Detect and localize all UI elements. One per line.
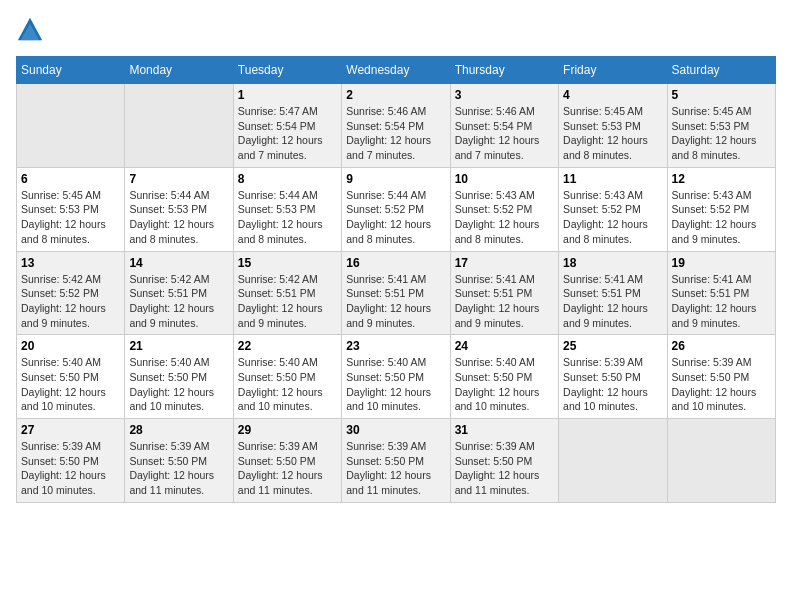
day-info: Sunrise: 5:43 AM Sunset: 5:52 PM Dayligh… [455,188,554,247]
day-info: Sunrise: 5:46 AM Sunset: 5:54 PM Dayligh… [346,104,445,163]
day-number: 26 [672,339,771,353]
calendar-cell [17,84,125,168]
calendar-header-friday: Friday [559,57,667,84]
day-info: Sunrise: 5:39 AM Sunset: 5:50 PM Dayligh… [563,355,662,414]
logo-icon [16,16,44,44]
day-number: 10 [455,172,554,186]
day-number: 29 [238,423,337,437]
calendar-cell: 5Sunrise: 5:45 AM Sunset: 5:53 PM Daylig… [667,84,775,168]
day-info: Sunrise: 5:39 AM Sunset: 5:50 PM Dayligh… [129,439,228,498]
day-info: Sunrise: 5:47 AM Sunset: 5:54 PM Dayligh… [238,104,337,163]
day-number: 15 [238,256,337,270]
day-number: 8 [238,172,337,186]
calendar-week-row: 6Sunrise: 5:45 AM Sunset: 5:53 PM Daylig… [17,167,776,251]
calendar-cell: 31Sunrise: 5:39 AM Sunset: 5:50 PM Dayli… [450,419,558,503]
calendar-cell: 9Sunrise: 5:44 AM Sunset: 5:52 PM Daylig… [342,167,450,251]
calendar-week-row: 20Sunrise: 5:40 AM Sunset: 5:50 PM Dayli… [17,335,776,419]
day-info: Sunrise: 5:43 AM Sunset: 5:52 PM Dayligh… [563,188,662,247]
day-number: 27 [21,423,120,437]
day-number: 5 [672,88,771,102]
calendar-cell: 14Sunrise: 5:42 AM Sunset: 5:51 PM Dayli… [125,251,233,335]
calendar-cell: 15Sunrise: 5:42 AM Sunset: 5:51 PM Dayli… [233,251,341,335]
day-number: 11 [563,172,662,186]
logo [16,16,48,44]
day-info: Sunrise: 5:40 AM Sunset: 5:50 PM Dayligh… [238,355,337,414]
calendar-cell: 13Sunrise: 5:42 AM Sunset: 5:52 PM Dayli… [17,251,125,335]
calendar-cell: 25Sunrise: 5:39 AM Sunset: 5:50 PM Dayli… [559,335,667,419]
day-number: 3 [455,88,554,102]
day-info: Sunrise: 5:39 AM Sunset: 5:50 PM Dayligh… [21,439,120,498]
day-info: Sunrise: 5:44 AM Sunset: 5:53 PM Dayligh… [129,188,228,247]
calendar-table: SundayMondayTuesdayWednesdayThursdayFrid… [16,56,776,503]
day-number: 14 [129,256,228,270]
calendar-header-row: SundayMondayTuesdayWednesdayThursdayFrid… [17,57,776,84]
calendar-cell: 16Sunrise: 5:41 AM Sunset: 5:51 PM Dayli… [342,251,450,335]
calendar-cell: 3Sunrise: 5:46 AM Sunset: 5:54 PM Daylig… [450,84,558,168]
day-info: Sunrise: 5:45 AM Sunset: 5:53 PM Dayligh… [672,104,771,163]
day-info: Sunrise: 5:41 AM Sunset: 5:51 PM Dayligh… [455,272,554,331]
calendar-cell [667,419,775,503]
calendar-cell: 12Sunrise: 5:43 AM Sunset: 5:52 PM Dayli… [667,167,775,251]
day-number: 20 [21,339,120,353]
calendar-cell: 30Sunrise: 5:39 AM Sunset: 5:50 PM Dayli… [342,419,450,503]
calendar-header-saturday: Saturday [667,57,775,84]
calendar-cell: 4Sunrise: 5:45 AM Sunset: 5:53 PM Daylig… [559,84,667,168]
day-info: Sunrise: 5:42 AM Sunset: 5:52 PM Dayligh… [21,272,120,331]
day-number: 21 [129,339,228,353]
calendar-cell [559,419,667,503]
calendar-cell: 20Sunrise: 5:40 AM Sunset: 5:50 PM Dayli… [17,335,125,419]
calendar-cell: 26Sunrise: 5:39 AM Sunset: 5:50 PM Dayli… [667,335,775,419]
day-number: 12 [672,172,771,186]
day-info: Sunrise: 5:39 AM Sunset: 5:50 PM Dayligh… [672,355,771,414]
day-number: 23 [346,339,445,353]
calendar-cell: 24Sunrise: 5:40 AM Sunset: 5:50 PM Dayli… [450,335,558,419]
day-info: Sunrise: 5:41 AM Sunset: 5:51 PM Dayligh… [563,272,662,331]
calendar-cell: 8Sunrise: 5:44 AM Sunset: 5:53 PM Daylig… [233,167,341,251]
day-info: Sunrise: 5:42 AM Sunset: 5:51 PM Dayligh… [129,272,228,331]
calendar-cell [125,84,233,168]
day-number: 4 [563,88,662,102]
day-number: 24 [455,339,554,353]
day-number: 9 [346,172,445,186]
calendar-cell: 21Sunrise: 5:40 AM Sunset: 5:50 PM Dayli… [125,335,233,419]
calendar-header-sunday: Sunday [17,57,125,84]
calendar-header-monday: Monday [125,57,233,84]
calendar-header-tuesday: Tuesday [233,57,341,84]
calendar-cell: 6Sunrise: 5:45 AM Sunset: 5:53 PM Daylig… [17,167,125,251]
day-number: 7 [129,172,228,186]
calendar-cell: 23Sunrise: 5:40 AM Sunset: 5:50 PM Dayli… [342,335,450,419]
day-number: 19 [672,256,771,270]
day-info: Sunrise: 5:40 AM Sunset: 5:50 PM Dayligh… [455,355,554,414]
day-number: 31 [455,423,554,437]
calendar-cell: 29Sunrise: 5:39 AM Sunset: 5:50 PM Dayli… [233,419,341,503]
day-number: 22 [238,339,337,353]
calendar-header-wednesday: Wednesday [342,57,450,84]
calendar-cell: 17Sunrise: 5:41 AM Sunset: 5:51 PM Dayli… [450,251,558,335]
day-number: 18 [563,256,662,270]
day-info: Sunrise: 5:41 AM Sunset: 5:51 PM Dayligh… [346,272,445,331]
day-info: Sunrise: 5:40 AM Sunset: 5:50 PM Dayligh… [346,355,445,414]
calendar-cell: 10Sunrise: 5:43 AM Sunset: 5:52 PM Dayli… [450,167,558,251]
calendar-header-thursday: Thursday [450,57,558,84]
day-number: 13 [21,256,120,270]
day-info: Sunrise: 5:44 AM Sunset: 5:53 PM Dayligh… [238,188,337,247]
day-info: Sunrise: 5:44 AM Sunset: 5:52 PM Dayligh… [346,188,445,247]
calendar-week-row: 27Sunrise: 5:39 AM Sunset: 5:50 PM Dayli… [17,419,776,503]
day-number: 30 [346,423,445,437]
calendar-cell: 27Sunrise: 5:39 AM Sunset: 5:50 PM Dayli… [17,419,125,503]
day-info: Sunrise: 5:45 AM Sunset: 5:53 PM Dayligh… [563,104,662,163]
day-info: Sunrise: 5:41 AM Sunset: 5:51 PM Dayligh… [672,272,771,331]
calendar-cell: 11Sunrise: 5:43 AM Sunset: 5:52 PM Dayli… [559,167,667,251]
day-number: 6 [21,172,120,186]
day-number: 17 [455,256,554,270]
day-number: 25 [563,339,662,353]
calendar-week-row: 1Sunrise: 5:47 AM Sunset: 5:54 PM Daylig… [17,84,776,168]
day-info: Sunrise: 5:39 AM Sunset: 5:50 PM Dayligh… [346,439,445,498]
page-header [16,16,776,44]
day-info: Sunrise: 5:42 AM Sunset: 5:51 PM Dayligh… [238,272,337,331]
calendar-cell: 1Sunrise: 5:47 AM Sunset: 5:54 PM Daylig… [233,84,341,168]
calendar-cell: 2Sunrise: 5:46 AM Sunset: 5:54 PM Daylig… [342,84,450,168]
day-number: 16 [346,256,445,270]
calendar-week-row: 13Sunrise: 5:42 AM Sunset: 5:52 PM Dayli… [17,251,776,335]
day-info: Sunrise: 5:46 AM Sunset: 5:54 PM Dayligh… [455,104,554,163]
